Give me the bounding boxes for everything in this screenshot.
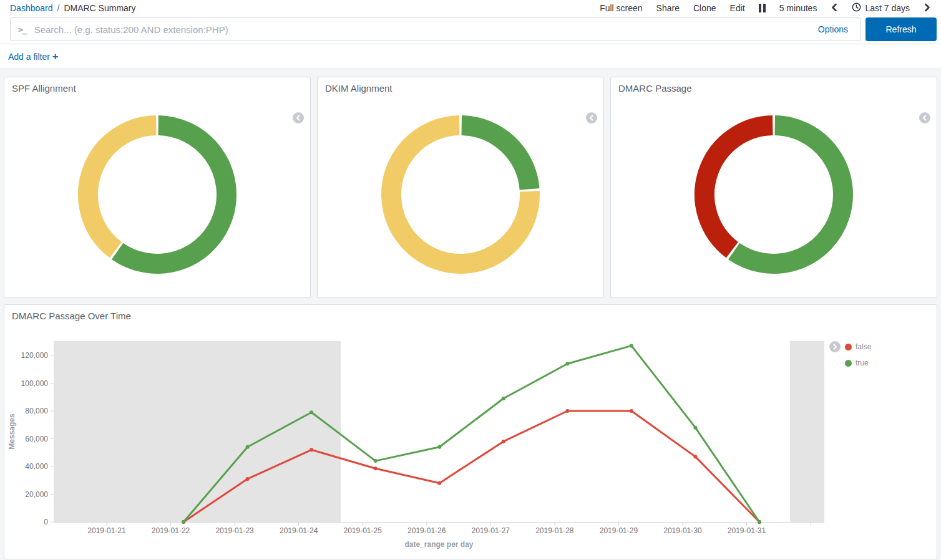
x-tick-label: 2019-01-31 (728, 526, 766, 535)
x-tick-label: 2019-01-27 (472, 526, 510, 535)
dmarc-over-time-line-chart: 2019-01-212019-01-222019-01-232019-01-24… (4, 322, 828, 557)
panel-title: SPF Allignment (4, 77, 310, 96)
panel-dmarc-passage-over-time: DMARC Passage Over Time 2019-01-212019-0… (4, 304, 937, 559)
donut-segment-green[interactable] (462, 125, 530, 189)
y-tick-label: 100,000 (21, 379, 49, 388)
legend-item-false[interactable]: false (845, 339, 871, 355)
data-point-true[interactable] (374, 459, 378, 463)
y-tick-label: 20,000 (25, 490, 48, 499)
y-tick-label: 60,000 (25, 435, 48, 443)
time-range-shaded-band (54, 341, 341, 522)
dkim-donut-chart (373, 107, 548, 282)
x-axis-title: date_range per day (404, 540, 473, 549)
chevron-left-icon (831, 3, 838, 14)
panel-title: DMARC Passage Over Time (4, 305, 937, 324)
chevron-left-circle-icon (588, 113, 595, 123)
search-box[interactable]: >_ Options (10, 17, 861, 41)
x-tick-label: 2019-01-24 (280, 526, 318, 535)
legend-collapse-button[interactable] (829, 341, 841, 352)
y-axis-title: Messages (7, 413, 16, 450)
legend-expand-button[interactable] (586, 112, 597, 123)
legend-label-true: true (856, 359, 869, 367)
time-range-label: Last 7 days (865, 3, 910, 13)
data-point-false[interactable] (246, 477, 250, 481)
plus-icon: + (52, 51, 58, 62)
panel-spf-alignment: SPF Allignment (4, 77, 311, 298)
breadcrumb: Dashboard / DMARC Summary (10, 3, 136, 13)
panel-title: DKIM Alignment (318, 77, 603, 96)
y-tick-label: 40,000 (25, 462, 48, 471)
data-point-false[interactable] (310, 448, 313, 451)
data-point-true[interactable] (693, 426, 697, 430)
clone-button[interactable]: Clone (693, 3, 716, 13)
full-screen-button[interactable]: Full screen (600, 3, 642, 13)
data-point-true[interactable] (437, 445, 441, 449)
chevron-left-circle-icon (922, 113, 928, 123)
data-point-true[interactable] (310, 410, 313, 414)
chevron-right-circle-icon (832, 342, 838, 352)
data-point-true[interactable] (182, 520, 185, 524)
x-tick-label: 2019-01-30 (663, 526, 702, 535)
legend-item-true[interactable]: true (845, 355, 871, 371)
panel-dmarc-passage: DMARC Passage (610, 77, 937, 298)
panel-title: DMARC Passage (611, 77, 937, 96)
x-tick-label: 2019-01-28 (535, 526, 574, 535)
options-link[interactable]: Options (813, 24, 853, 34)
refresh-button[interactable]: Refresh (865, 17, 937, 41)
data-point-true[interactable] (630, 344, 633, 347)
dashboard-grid: SPF Allignment DKIM Alignment DMAR (0, 69, 941, 560)
x-tick-label: 2019-01-23 (215, 526, 254, 535)
search-input[interactable] (34, 24, 813, 35)
panel-dkim-alignment: DKIM Alignment (317, 77, 604, 298)
chevron-right-icon (924, 3, 931, 14)
data-point-false[interactable] (374, 466, 378, 470)
time-range-picker[interactable]: Last 7 days (852, 2, 910, 14)
breadcrumb-dashboard-link[interactable]: Dashboard (10, 3, 53, 13)
data-point-false[interactable] (630, 409, 633, 413)
legend-label-false: false (856, 342, 871, 351)
legend-dot-true (845, 360, 852, 367)
data-point-false[interactable] (693, 455, 697, 458)
chart-legend: false true (829, 339, 871, 371)
query-bar: >_ Options Refresh (0, 15, 941, 44)
donut-segment-yellow[interactable] (88, 125, 156, 250)
share-button[interactable]: Share (656, 3, 680, 13)
chevron-left-circle-icon (295, 113, 301, 123)
donut-segment-green[interactable] (734, 125, 843, 264)
x-tick-label: 2019-01-29 (600, 526, 638, 535)
x-tick-label: 2019-01-22 (152, 526, 190, 535)
dmarc-donut-chart (686, 107, 861, 282)
query-prompt-icon: >_ (18, 25, 27, 34)
time-range-shaded-band (790, 341, 824, 522)
time-range-forward-button[interactable] (924, 3, 931, 14)
add-filter-link[interactable]: Add a filter + (8, 51, 58, 62)
data-point-true[interactable] (246, 445, 250, 449)
time-range-back-button[interactable] (831, 3, 838, 14)
legend-expand-button[interactable] (293, 112, 304, 123)
add-filter-label: Add a filter (8, 52, 50, 62)
edit-button[interactable]: Edit (730, 3, 745, 13)
data-point-false[interactable] (565, 409, 569, 413)
spf-donut-chart (70, 107, 245, 282)
header: Dashboard / DMARC Summary Full screen Sh… (0, 0, 941, 44)
data-point-true[interactable] (502, 397, 505, 400)
donut-segment-green[interactable] (117, 125, 227, 264)
data-point-false[interactable] (437, 481, 441, 485)
x-tick-label: 2019-01-26 (407, 526, 446, 535)
legend-dot-false (845, 344, 852, 350)
page-title: DMARC Summary (64, 3, 135, 13)
top-nav-menu: Full screen Share Clone Edit 5 minutes L… (600, 2, 931, 14)
data-point-false[interactable] (502, 440, 505, 443)
refresh-interval-button[interactable]: 5 minutes (779, 3, 817, 13)
data-point-true[interactable] (565, 362, 569, 365)
donut-segment-red[interactable] (705, 125, 773, 250)
pause-icon[interactable] (759, 4, 766, 12)
x-tick-label: 2019-01-25 (344, 526, 383, 535)
y-tick-label: 120,000 (21, 351, 49, 360)
x-tick-label: 2019-01-21 (87, 526, 126, 535)
legend-expand-button[interactable] (919, 112, 930, 123)
y-tick-label: 0 (44, 518, 48, 526)
data-point-true[interactable] (758, 520, 761, 524)
breadcrumb-separator: / (57, 3, 60, 13)
y-tick-label: 80,000 (25, 407, 48, 415)
